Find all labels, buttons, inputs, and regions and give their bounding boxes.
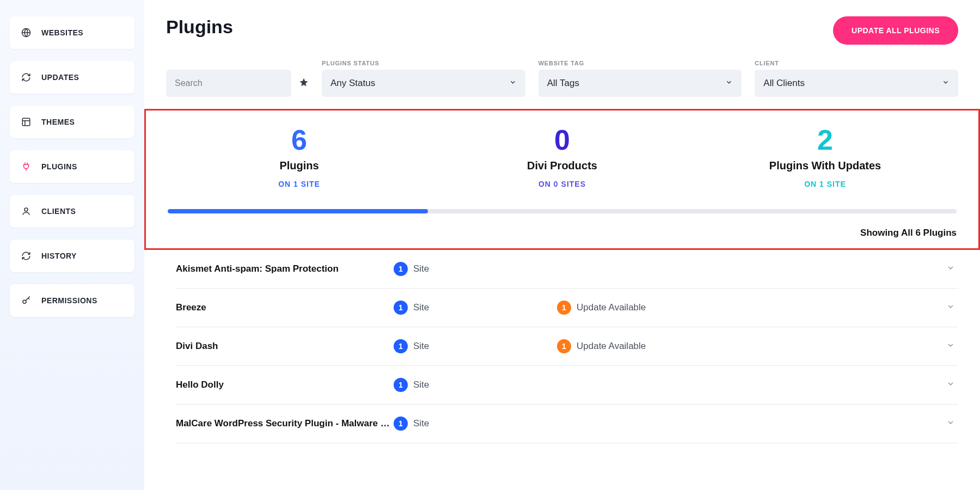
search-input[interactable] <box>166 70 291 97</box>
chevron-down-icon <box>936 302 958 313</box>
stat-plugins[interactable]: 6 Plugins ON 1 SITE <box>168 122 431 194</box>
chevron-down-icon <box>509 78 517 89</box>
key-icon <box>21 295 32 306</box>
stats-progress-fill <box>168 209 428 213</box>
site-word: Site <box>413 302 429 313</box>
stat-plugins-with-updates[interactable]: 2 Plugins With Updates ON 1 SITE <box>694 122 957 194</box>
chevron-down-icon <box>936 379 958 390</box>
sidebar-item-label: WEBSITES <box>41 28 83 37</box>
sidebar-item-label: UPDATES <box>41 73 79 82</box>
plugin-name: Akismet Anti-spam: Spam Protection <box>176 264 394 274</box>
site-count-badge: 1 <box>394 378 408 392</box>
update-label: Update Available <box>577 341 646 352</box>
filter-label: CLIENT <box>755 60 958 66</box>
plugin-site-cell: 1 Site <box>394 378 557 392</box>
plugin-list: Akismet Anti-spam: Spam Protection 1 Sit… <box>166 250 958 443</box>
plugin-name: Breeze <box>176 302 394 313</box>
site-count-badge: 1 <box>394 416 408 431</box>
star-icon[interactable] <box>299 77 309 89</box>
chevron-down-icon <box>936 418 958 429</box>
svg-point-2 <box>24 208 28 211</box>
svg-point-3 <box>23 300 26 303</box>
chevron-down-icon <box>942 78 950 89</box>
stat-title: Plugins With Updates <box>694 160 957 172</box>
sidebar-item-label: CLIENTS <box>41 207 76 216</box>
filter-label: PLUGINS STATUS <box>322 60 525 66</box>
site-word: Site <box>413 418 429 429</box>
select-value: All Tags <box>547 78 579 89</box>
plugin-row[interactable]: MalCare WordPress Security Plugin - Malw… <box>176 405 958 443</box>
sidebar-item-label: HISTORY <box>41 252 77 260</box>
sidebar-item-clients[interactable]: CLIENTS <box>10 195 134 228</box>
sidebar-item-label: THEMES <box>41 118 75 126</box>
page-header: Plugins UPDATE ALL PLUGINS <box>166 16 958 45</box>
sidebar-item-updates[interactable]: UPDATES <box>10 61 134 94</box>
stat-title: Plugins <box>168 160 431 172</box>
plugin-update-cell: 1Update Available <box>557 301 936 315</box>
user-icon <box>21 206 32 217</box>
stat-number: 6 <box>168 126 431 154</box>
site-count-badge: 1 <box>394 339 408 353</box>
plugin-site-cell: 1 Site <box>394 416 557 431</box>
stat-title: Divi Products <box>431 160 694 172</box>
filters-row: PLUGINS STATUS Any Status WEBSITE TAG Al… <box>166 60 958 97</box>
site-word: Site <box>413 341 429 352</box>
site-word: Site <box>413 379 429 390</box>
sidebar-item-websites[interactable]: WEBSITES <box>10 16 134 49</box>
filter-status-group: PLUGINS STATUS Any Status <box>322 60 525 97</box>
plugin-row[interactable]: Divi Dash 1 Site 1Update Available <box>176 327 958 366</box>
chevron-down-icon <box>725 78 733 89</box>
stats-progress-track <box>168 209 957 213</box>
site-count-badge: 1 <box>394 301 408 315</box>
main-content: Plugins UPDATE ALL PLUGINS PLUGINS STATU… <box>144 0 980 490</box>
sidebar-item-label: PERMISSIONS <box>41 296 97 305</box>
stats-row: 6 Plugins ON 1 SITE 0 Divi Products ON 0… <box>146 116 978 194</box>
filter-tag-group: WEBSITE TAG All Tags <box>538 60 742 97</box>
svg-rect-1 <box>22 118 30 126</box>
refresh-icon <box>21 250 32 261</box>
update-label: Update Available <box>577 302 646 313</box>
site-word: Site <box>413 264 429 274</box>
stat-subtitle: ON 1 SITE <box>168 180 431 188</box>
stats-highlight-box: 6 Plugins ON 1 SITE 0 Divi Products ON 0… <box>144 109 980 250</box>
stat-subtitle: ON 1 SITE <box>694 180 957 188</box>
plug-icon <box>21 161 32 172</box>
update-all-plugins-button[interactable]: UPDATE ALL PLUGINS <box>833 16 958 45</box>
layout-icon <box>21 117 32 127</box>
stat-subtitle: ON 0 SITES <box>431 180 694 188</box>
sidebar-item-history[interactable]: HISTORY <box>10 240 134 272</box>
plugin-site-cell: 1 Site <box>394 339 557 353</box>
select-value: All Clients <box>763 78 805 89</box>
chevron-down-icon <box>936 264 958 274</box>
stat-number: 0 <box>431 126 694 154</box>
plugin-site-cell: 1 Site <box>394 262 557 276</box>
sidebar-item-plugins[interactable]: PLUGINS <box>10 150 134 183</box>
refresh-icon <box>21 72 32 83</box>
globe-icon <box>21 27 32 38</box>
filter-client-group: CLIENT All Clients <box>755 60 958 97</box>
website-tag-select[interactable]: All Tags <box>538 70 742 97</box>
plugin-name: Hello Dolly <box>176 379 394 390</box>
chevron-down-icon <box>936 341 958 352</box>
stat-divi-products[interactable]: 0 Divi Products ON 0 SITES <box>431 122 694 194</box>
sidebar-item-permissions[interactable]: PERMISSIONS <box>10 284 134 317</box>
plugin-name: Divi Dash <box>176 341 394 352</box>
plugins-status-select[interactable]: Any Status <box>322 70 525 97</box>
sidebar-item-themes[interactable]: THEMES <box>10 106 134 138</box>
search-group <box>166 70 309 97</box>
plugin-row[interactable]: Hello Dolly 1 Site <box>176 366 958 405</box>
sidebar: WEBSITES UPDATES THEMES PLUGINS CLIENTS … <box>0 0 144 490</box>
select-value: Any Status <box>330 78 375 89</box>
plugin-name: MalCare WordPress Security Plugin - Malw… <box>176 418 394 429</box>
page-title: Plugins <box>166 16 233 38</box>
sidebar-item-label: PLUGINS <box>41 162 77 171</box>
stat-number: 2 <box>694 126 957 154</box>
update-count-badge: 1 <box>557 339 571 353</box>
plugin-row[interactable]: Akismet Anti-spam: Spam Protection 1 Sit… <box>176 250 958 289</box>
showing-count: Showing All 6 Plugins <box>146 213 978 238</box>
client-select[interactable]: All Clients <box>755 70 958 97</box>
update-count-badge: 1 <box>557 301 571 315</box>
filter-label: WEBSITE TAG <box>538 60 742 66</box>
plugin-row[interactable]: Breeze 1 Site 1Update Available <box>176 289 958 327</box>
plugin-site-cell: 1 Site <box>394 301 557 315</box>
